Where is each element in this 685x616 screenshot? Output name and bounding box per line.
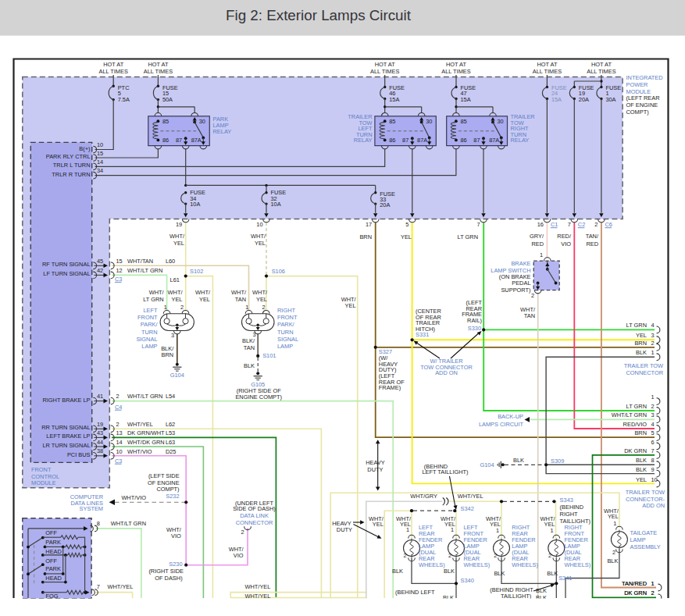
svg-text:8: 8 xyxy=(651,457,655,464)
svg-text:1: 1 xyxy=(245,304,248,311)
svg-text:2: 2 xyxy=(651,589,655,596)
svg-text:S309: S309 xyxy=(551,458,564,465)
svg-text:BLK: BLK xyxy=(636,466,647,473)
svg-text:S232: S232 xyxy=(166,493,179,500)
svg-text:ADD ON: ADD ON xyxy=(642,502,665,509)
svg-text:C1: C1 xyxy=(551,221,558,228)
svg-text:2: 2 xyxy=(262,304,265,311)
svg-text:G104: G104 xyxy=(170,372,184,379)
svg-text:WHT/YEL: WHT/YEL xyxy=(458,493,483,500)
svg-text:HOT AT: HOT AT xyxy=(537,61,557,68)
svg-text:VIO: VIO xyxy=(561,240,571,247)
svg-text:PARK/: PARK/ xyxy=(141,321,159,328)
svg-text:42: 42 xyxy=(97,267,103,274)
svg-text:TURN: TURN xyxy=(141,329,158,336)
svg-text:10A: 10A xyxy=(271,201,281,208)
svg-text:3: 3 xyxy=(171,332,174,339)
svg-text:HOT AT: HOT AT xyxy=(375,61,395,68)
svg-text:PARK RLY CTRL: PARK RLY CTRL xyxy=(46,153,91,160)
svg-text:HEAVY: HEAVY xyxy=(366,459,385,466)
svg-text:C6: C6 xyxy=(605,221,612,228)
svg-text:10: 10 xyxy=(97,141,103,148)
svg-text:(LEFT SIDE: (LEFT SIDE xyxy=(148,472,180,479)
svg-text:L60: L60 xyxy=(166,258,175,265)
svg-text:20A: 20A xyxy=(380,201,390,208)
svg-text:LT GRN: LT GRN xyxy=(626,403,647,410)
svg-text:BLK: BLK xyxy=(392,568,403,575)
svg-text:15A: 15A xyxy=(551,96,562,103)
svg-text:S330: S330 xyxy=(468,325,481,332)
svg-text:YEL: YEL xyxy=(172,296,183,303)
svg-text:C3: C3 xyxy=(115,458,122,465)
svg-text:15A: 15A xyxy=(461,96,471,103)
svg-text:1: 1 xyxy=(540,251,543,258)
svg-text:LT GRN: LT GRN xyxy=(143,296,163,303)
svg-text:15A: 15A xyxy=(389,96,399,103)
svg-text:YEL: YEL xyxy=(256,296,267,303)
svg-text:17: 17 xyxy=(366,221,372,228)
svg-text:7: 7 xyxy=(651,447,655,454)
svg-text:SIGNAL: SIGNAL xyxy=(136,336,157,343)
svg-text:10: 10 xyxy=(116,448,123,455)
svg-text:38: 38 xyxy=(97,447,103,454)
svg-text:HOT AT: HOT AT xyxy=(446,61,466,68)
svg-text:TAN: TAN xyxy=(235,296,246,303)
svg-text:1: 1 xyxy=(651,580,655,587)
svg-text:DK GRN: DK GRN xyxy=(624,589,647,596)
svg-text:YEL: YEL xyxy=(608,513,619,520)
svg-text:HOT AT: HOT AT xyxy=(103,61,123,68)
svg-text:2: 2 xyxy=(494,552,497,559)
svg-text:C3: C3 xyxy=(115,276,122,283)
svg-text:3: 3 xyxy=(651,332,655,339)
svg-text:19: 19 xyxy=(176,221,182,228)
svg-text:WHEELS): WHEELS) xyxy=(464,561,491,568)
svg-text:FRAME): FRAME) xyxy=(379,384,401,391)
svg-text:2: 2 xyxy=(548,552,551,559)
svg-text:1: 1 xyxy=(164,304,167,311)
svg-text:OFF: OFF xyxy=(45,557,57,564)
svg-text:85: 85 xyxy=(162,118,169,125)
svg-text:19: 19 xyxy=(97,421,103,428)
svg-text:WHT/YEL: WHT/YEL xyxy=(245,583,271,590)
svg-text:TRLR L TURN: TRLR L TURN xyxy=(53,162,91,169)
svg-text:TRLR R TURN: TRLR R TURN xyxy=(52,171,90,178)
svg-text:3: 3 xyxy=(651,411,655,418)
svg-text:WHT/YEL: WHT/YEL xyxy=(108,583,134,590)
svg-text:LAMP: LAMP xyxy=(630,536,646,543)
svg-text:RIGHT BRAKE LP: RIGHT BRAKE LP xyxy=(42,397,90,404)
svg-text:YEL: YEL xyxy=(636,476,647,483)
svg-text:85: 85 xyxy=(389,118,395,125)
svg-text:LF TURN SIGNAL: LF TURN SIGNAL xyxy=(43,270,90,277)
svg-text:TAN/: TAN/ xyxy=(586,233,599,240)
svg-text:1: 1 xyxy=(651,393,655,401)
svg-text:5: 5 xyxy=(651,429,655,436)
svg-text:WHEELS): WHEELS) xyxy=(512,561,538,568)
svg-text:30: 30 xyxy=(498,118,504,125)
svg-text:RELAY: RELAY xyxy=(213,128,232,135)
svg-text:30: 30 xyxy=(199,118,205,125)
svg-text:RED: RED xyxy=(586,240,598,247)
svg-text:WHT/VIO: WHT/VIO xyxy=(127,448,152,455)
svg-text:WHT/YEL: WHT/YEL xyxy=(127,421,153,428)
svg-text:LEFT TAILLIGHT): LEFT TAILLIGHT) xyxy=(422,468,468,475)
svg-text:DK GRN/WHT: DK GRN/WHT xyxy=(127,429,165,436)
svg-text:1: 1 xyxy=(451,526,454,533)
svg-text:PARK: PARK xyxy=(45,539,61,546)
svg-text:WHEELS): WHEELS) xyxy=(565,561,591,568)
svg-text:LT GRN: LT GRN xyxy=(626,322,647,329)
svg-text:SIDE OF DASH): SIDE OF DASH) xyxy=(233,505,276,512)
svg-text:10: 10 xyxy=(256,221,262,228)
svg-text:SYSTEM: SYSTEM xyxy=(80,505,103,512)
svg-text:BLK: BLK xyxy=(244,362,255,369)
svg-text:85: 85 xyxy=(460,118,466,125)
svg-text:YEL: YEL xyxy=(401,233,412,240)
svg-text:HOT AT: HOT AT xyxy=(148,61,168,68)
svg-text:PARK/: PARK/ xyxy=(277,321,295,328)
svg-text:RF TURN SIGNAL: RF TURN SIGNAL xyxy=(42,261,90,268)
svg-text:RIGHT: RIGHT xyxy=(277,307,295,314)
svg-text:DK GRN: DK GRN xyxy=(624,447,647,454)
svg-text:S102: S102 xyxy=(190,268,203,275)
svg-text:87A: 87A xyxy=(417,137,427,144)
svg-text:8: 8 xyxy=(97,520,100,527)
svg-text:FRONT: FRONT xyxy=(277,314,298,321)
